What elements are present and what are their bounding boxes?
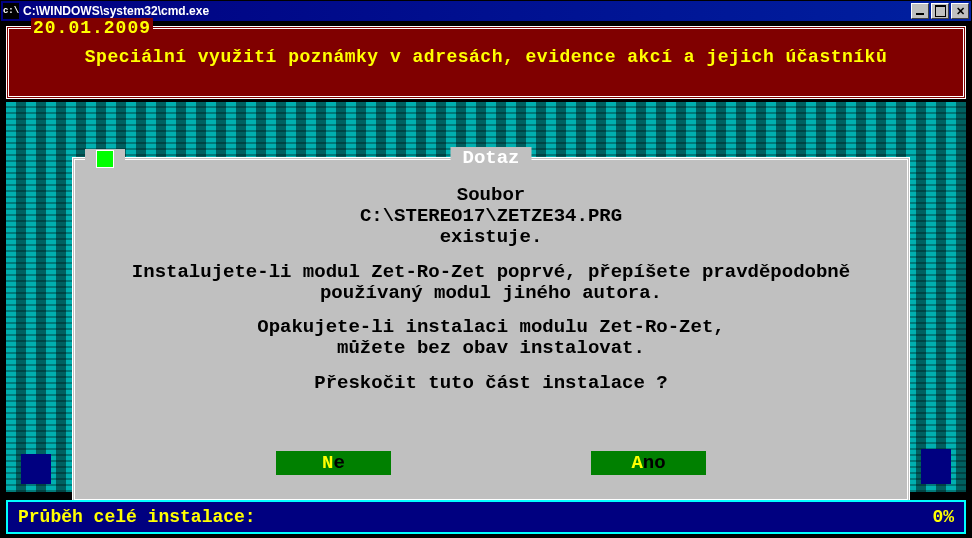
banner-date: 20.01.2009 [31,18,153,38]
no-button-hotkey: N [322,452,333,474]
dialog-close-control[interactable] [85,149,125,169]
progress-percent: 0% [932,507,954,527]
console-area: 20.01.2009 Speciální využití poznámky v … [0,22,972,538]
dialog-line1: Soubor [95,185,887,206]
window-buttons [911,3,969,19]
maximize-button[interactable] [931,3,949,19]
no-button[interactable]: Ne [276,451,391,475]
dialog-para3a: Opakujete-li instalaci modulu Zet-Ro-Zet… [95,317,887,338]
header-banner: 20.01.2009 Speciální využití poznámky v … [6,26,966,99]
dialog-para-repeat-install: Opakujete-li instalaci modulu Zet-Ro-Zet… [95,317,887,359]
minimize-button[interactable] [911,3,929,19]
dialog-para3b: můžete bez obav instalovat. [95,338,887,359]
dialog-question: Přeskočit tuto část instalace ? [95,373,887,394]
progress-bar: Průběh celé instalace: 0% [6,500,966,534]
dialog-para-file: Soubor C:\STEREO17\ZETZE34.PRG existuje. [95,185,887,248]
dialog-line2: C:\STEREO17\ZETZE34.PRG [95,206,887,227]
dialog-buttons: Ne Ano [75,451,907,475]
yes-button-rest: no [643,452,666,474]
progress-label: Průběh celé instalace: [18,507,256,527]
cmd-icon: c:\ [3,3,19,19]
dialog-para2b: používaný modul jiného autora. [95,283,887,304]
dialog-body: Soubor C:\STEREO17\ZETZE34.PRG existuje.… [75,160,907,394]
dialog-line3: existuje. [95,227,887,248]
yes-button[interactable]: Ano [591,451,706,475]
yes-button-hotkey: A [631,452,642,474]
dialog-title: Dotaz [450,147,531,169]
no-button-rest: e [334,452,345,474]
dialog-para-first-install: Instalujete-li modul Zet-Ro-Zet poprvé, … [95,262,887,304]
dialog-dotaz: Dotaz Soubor C:\STEREO17\ZETZE34.PRG exi… [72,157,910,502]
close-icon [97,151,113,167]
window-title: C:\WINDOWS\system32\cmd.exe [23,4,911,18]
dialog-para2a: Instalujete-li modul Zet-Ro-Zet poprvé, … [95,262,887,283]
close-button[interactable] [951,3,969,19]
